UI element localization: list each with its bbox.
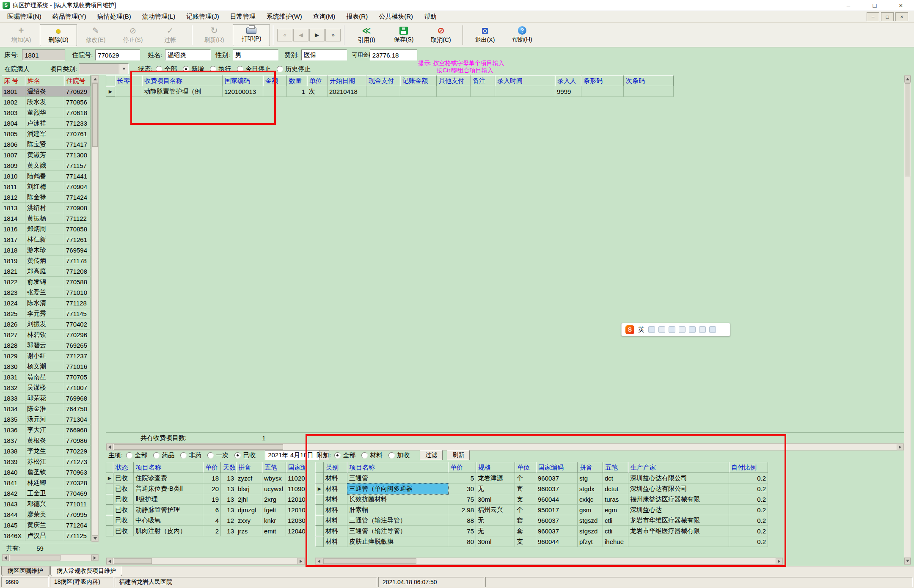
radio-option[interactable]: 执行 [210,65,231,73]
scroll-thumb[interactable] [905,83,910,176]
column-header[interactable]: 拼音 [578,462,603,473]
table-row[interactable]: 1835汤元河771304 [2,414,91,425]
material-grid-scrollbar-horizontal[interactable] [315,558,783,565]
dropdown-arrow-button[interactable] [119,64,128,74]
table-row[interactable]: 1830杨文潮771016 [2,361,91,372]
table-row[interactable]: 1838李龙生770229 [2,446,91,456]
keyboard-icon[interactable] [679,326,686,333]
table-row[interactable]: 1802段水发770856 [2,97,91,107]
punct-icon[interactable] [648,326,655,333]
scroll-left-button[interactable] [316,558,322,564]
menu-item[interactable]: 流动管理(L) [137,11,181,22]
filter-button[interactable]: 过滤 [420,450,443,460]
column-header[interactable]: 记账金额 [400,75,437,86]
scroll-thumb[interactable] [92,83,98,147]
table-row[interactable]: 1805潘建军770761 [2,129,91,139]
table-row[interactable]: 1846X卢汉昌771125 [2,530,91,541]
table-row[interactable]: 1843邓德兴771011 [2,499,91,509]
column-header[interactable]: 姓名 [25,75,64,86]
mic-icon[interactable] [669,326,675,333]
table-row[interactable]: 1814黄振杨771122 [2,213,91,224]
patient-list-scrollbar-vertical[interactable] [91,75,99,542]
table-row[interactable]: 1810陆鹤春771441 [2,171,91,181]
smiley-icon[interactable] [658,326,665,333]
admission-number-input[interactable]: 770629 [95,49,140,60]
table-row[interactable]: 1813洪绍村770908 [2,203,91,213]
maximize-button[interactable]: □ [862,0,888,11]
column-header[interactable]: 天数 [221,462,236,473]
radio-option[interactable]: 今日停止 [237,65,271,73]
tab-1[interactable]: 病人常规收费项目维护 [50,566,122,576]
menu-item[interactable]: 日常管理 [225,11,261,22]
column-header[interactable]: 床 号 [2,75,25,86]
table-row[interactable]: 1801温绍炎770629 [2,86,91,97]
column-header[interactable]: 拼音 [236,462,262,473]
tab-0[interactable]: 病区医嘱维护 [1,566,50,576]
radio-option[interactable]: 全部 [334,451,355,459]
table-row[interactable]: 材料长效抗菌材料7530ml支960044cxkjcturas福州康益达医疗器械… [315,494,783,505]
table-row[interactable]: 1836李大江766968 [2,425,91,435]
table-row[interactable]: 1816郑炳周770858 [2,224,91,234]
column-header[interactable]: 项目名称 [134,462,203,473]
table-row[interactable]: 已收中心吸氧412zxxyknkr120300 [106,515,305,526]
radio-option[interactable]: 材料 [361,451,383,459]
radio-option[interactable]: 非药 [180,451,201,459]
column-header[interactable]: 长零 [115,75,142,86]
table-row[interactable]: 1844廖荣美770995 [2,509,91,520]
column-header[interactable]: 数量 [287,75,307,86]
column-header[interactable]: 现金支付 [366,75,400,86]
scroll-left-button[interactable] [106,558,113,564]
scroll-down-button[interactable] [92,535,98,542]
table-row[interactable]: 1809黄文娥771157 [2,160,91,171]
column-header[interactable]: 开始日期 [328,75,366,86]
scroll-down-button[interactable] [904,558,911,564]
table-row[interactable]: 1826刘振发770402 [2,319,91,330]
column-header[interactable]: 单价 [448,462,476,473]
menu-item[interactable]: 报表(R) [341,11,373,22]
table-row[interactable]: 材料肝素帽2.98福州云兴个950017gsmegm深圳益心达0.2 [315,505,783,515]
table-row[interactable]: 1821郑高庭771208 [2,266,91,277]
column-header[interactable]: 收费项目名称 [142,75,223,86]
table-row[interactable]: 1806陈宝贤771417 [2,139,91,150]
mdi-restore-button[interactable]: □ [881,12,894,21]
menu-item[interactable]: 帮助 [418,11,442,22]
menu-item[interactable]: 病情处理(B) [92,11,137,22]
column-header[interactable]: 录入人 [555,75,581,86]
main-scrollbar-vertical[interactable] [904,75,911,565]
mdi-minimize-button[interactable]: – [867,12,879,21]
menu-item[interactable]: 查询(M) [308,11,341,22]
table-row[interactable]: 1837黄根炎770986 [2,435,91,446]
scroll-right-button[interactable] [91,555,98,561]
toolbar-cancel-button[interactable]: ⊘取消(C) [422,24,460,46]
menu-item[interactable]: 药品管理(Y) [47,11,92,22]
table-row[interactable]: 1832吴谋楼771007 [2,382,91,393]
scroll-track[interactable] [322,558,776,564]
toolbar-help-button[interactable]: ?帮助(H) [504,24,541,46]
minimize-button[interactable]: – [835,0,862,11]
table-row[interactable]: 1818游木珍769594 [2,245,91,256]
radio-option[interactable]: 已收 [234,451,256,459]
table-row[interactable]: 材料皮肤止痒脱敏膜8030ml支960044pfzytihehue0.2 [315,536,783,547]
received-grid-scrollbar-horizontal[interactable] [106,558,305,565]
table-row[interactable]: 1828郭碧云769265 [2,340,91,351]
column-header[interactable]: 录入时间 [495,75,555,86]
column-header[interactable]: 备注 [471,75,495,86]
toolbar-print-button[interactable]: 打印(P) [233,24,270,46]
column-header[interactable]: 单位 [307,75,328,86]
next-record-button[interactable]: ▶ [309,29,325,41]
column-header[interactable]: 五笔 [603,462,628,473]
column-header[interactable]: 项目名称 [347,462,448,473]
toolbar-delete-button[interactable]: ●删除(D) [40,24,77,46]
toolbox-icon[interactable] [709,326,716,333]
available-amount-input[interactable]: 23776.18 [370,49,417,60]
column-header[interactable]: 其他支付 [437,75,471,86]
menu-item[interactable]: 公共模块(R) [373,11,418,22]
table-row[interactable]: 已收肌肉注射（皮内）213jrzsemit120400 [106,526,305,536]
scroll-track[interactable] [113,558,297,564]
radio-option[interactable]: 历史停止 [277,65,311,73]
column-header[interactable]: 住院号 [64,75,91,86]
column-header[interactable]: 国家编码 [536,462,578,473]
scroll-thumb[interactable] [114,558,152,564]
ime-language-mode[interactable]: 英 [638,326,644,334]
table-row[interactable]: 材料三通管5龙岩津源个960037stgdct深圳益心达有限公司0.2 [315,473,783,484]
